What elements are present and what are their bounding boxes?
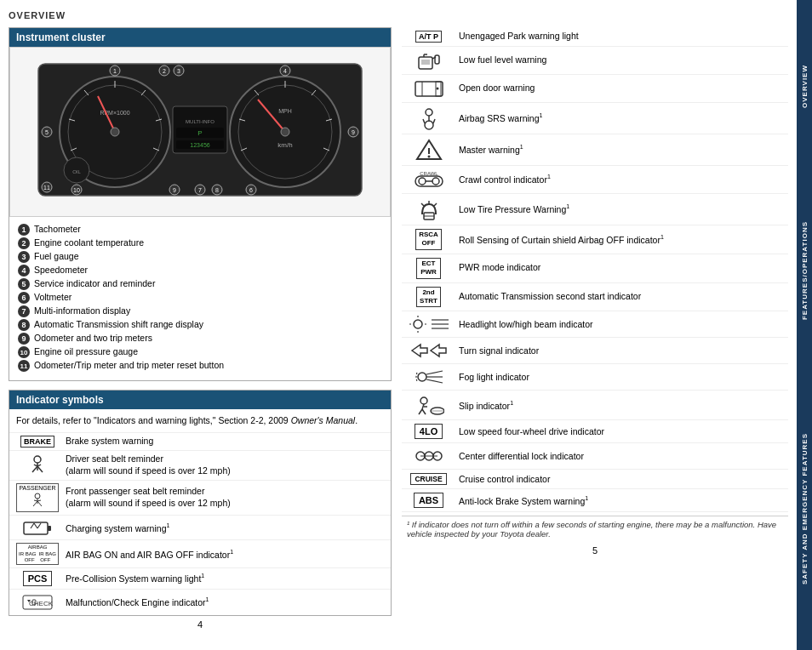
2nd-strt-icon: 2ndSTRT xyxy=(405,287,452,308)
svg-marker-110 xyxy=(412,345,427,356)
indicator-4lo: 4LO Low speed four-wheel drive indicator xyxy=(402,420,788,443)
fog-light-icon xyxy=(405,368,452,386)
instrument-item-list: 1 Tachometer 2 Engine coolant temperatur… xyxy=(9,217,391,380)
list-item: 8 Automatic Transmission shift range dis… xyxy=(18,319,382,331)
indicator-atp: A/T P Unengaged Park warning light xyxy=(402,27,788,47)
side-tab-overview[interactable]: OVERVIEW xyxy=(801,65,809,108)
svg-point-58 xyxy=(34,456,41,463)
master-warning-icon xyxy=(405,138,452,162)
indicator-rsca-off: RSCAOFF Roll Sensing of Curtain shield A… xyxy=(402,225,788,254)
item-number: 4 xyxy=(18,265,30,277)
list-item: 1 Tachometer xyxy=(18,224,382,236)
page-number-right: 5 xyxy=(402,542,788,559)
4lo-icon: 4LO xyxy=(405,424,452,439)
crawl-control-icon: CRAWL xyxy=(405,169,452,190)
svg-text:MULTI-INFO: MULTI-INFO xyxy=(186,119,214,124)
svg-point-93 xyxy=(419,178,426,185)
svg-text:5: 5 xyxy=(45,129,49,135)
atp-badge-icon: A/T P xyxy=(405,31,452,43)
indicator-crawl-control: CRAWL Crawl control indicator1 xyxy=(402,166,788,194)
svg-line-98 xyxy=(421,203,424,206)
svg-point-86 xyxy=(425,121,433,129)
svg-text:km/h: km/h xyxy=(277,141,292,149)
indicator-abs: ABS Anti-lock Brake System warning1 xyxy=(402,489,788,512)
page-number-left: 4 xyxy=(9,616,392,633)
item-number: 6 xyxy=(18,292,30,304)
seatbelt-driver-icon xyxy=(16,453,59,477)
footnote-text: ¹ If indicator does not turn off within … xyxy=(402,516,788,542)
svg-line-113 xyxy=(426,371,443,374)
indicator-symbols-header: Indicator symbols xyxy=(9,391,391,409)
list-item: 3 Fuel gauge xyxy=(18,251,382,263)
indicator-master-warning: Master warning1 xyxy=(402,134,788,166)
item-number: 10 xyxy=(18,346,30,358)
svg-text:10: 10 xyxy=(73,187,80,193)
svg-marker-111 xyxy=(431,345,446,356)
indicator-driver-seatbelt: Driver seat belt reminder(alarm will sou… xyxy=(9,450,391,480)
indicator-passenger-seatbelt: PASSENGER Front passenger seat belt remi… xyxy=(9,480,391,516)
indicator-center-diff: Center differential lock indicator xyxy=(402,443,788,470)
svg-point-84 xyxy=(426,109,432,116)
svg-line-118 xyxy=(419,409,422,414)
svg-line-99 xyxy=(434,203,437,206)
fuel-icon xyxy=(405,50,452,71)
svg-rect-75 xyxy=(421,60,430,65)
indicator-brake: BRAKE Brake system warning xyxy=(9,432,391,450)
instrument-cluster-header: Instrument cluster xyxy=(9,28,391,47)
svg-point-31 xyxy=(281,128,289,136)
indicator-slip: Slip indicator1 xyxy=(402,391,788,420)
svg-line-65 xyxy=(37,501,42,506)
svg-text:CRAWL: CRAWL xyxy=(420,171,438,176)
svg-text:1: 1 xyxy=(113,68,117,74)
svg-text:OIL: OIL xyxy=(72,169,81,174)
seatbelt-passenger-icon: PASSENGER xyxy=(16,483,59,513)
indicator-headlight: Headlight low/high beam indicator xyxy=(402,311,788,338)
battery-icon xyxy=(16,518,59,537)
svg-point-94 xyxy=(432,178,439,185)
item-number: 11 xyxy=(18,360,30,372)
item-number: 9 xyxy=(18,333,30,345)
indicator-airbag: AIRBAG IR BAG IR BAG OFF OFF AIR BAG ON … xyxy=(9,539,391,567)
svg-text:4: 4 xyxy=(283,68,287,74)
page-title: OVERVIEW xyxy=(9,10,788,20)
svg-line-69 xyxy=(34,523,37,528)
indicator-intro-text: For details, refer to "Indicators and wa… xyxy=(9,409,391,432)
indicator-airbag-srs: Airbag SRS warning1 xyxy=(402,103,788,134)
list-item: 9 Odometer and two trip meters xyxy=(18,333,382,345)
side-tab-safety[interactable]: SAFETY AND EMERGENCY FEATURES xyxy=(801,433,809,584)
cruise-icon: CRUISE xyxy=(405,473,452,485)
list-item: 10 Engine oil pressure gauge xyxy=(18,346,382,358)
indicator-fog-light: Fog light indicator xyxy=(402,364,788,391)
headlight-icon xyxy=(405,315,452,334)
svg-point-83 xyxy=(436,88,438,90)
svg-line-68 xyxy=(31,523,34,528)
svg-line-117 xyxy=(422,404,424,409)
indicator-charging: Charging system warning1 xyxy=(9,515,391,539)
svg-text:P: P xyxy=(197,129,202,137)
instrument-cluster-diagram: RPM×1000 MULTI-INFO P 123456 xyxy=(9,47,391,217)
list-item: 5 Service indicator and reminder xyxy=(18,278,382,290)
item-number: 8 xyxy=(18,319,30,331)
svg-text:6: 6 xyxy=(249,187,253,193)
ect-pwr-icon: ECTPWR xyxy=(405,258,452,279)
rsca-off-icon: RSCAOFF xyxy=(405,229,452,250)
indicator-2nd-strt: 2ndSTRT Automatic Transmission second st… xyxy=(402,283,788,312)
item-number: 1 xyxy=(18,224,30,236)
svg-line-60 xyxy=(32,466,37,472)
turn-signal-icon xyxy=(405,341,452,360)
item-number: 3 xyxy=(18,251,30,263)
svg-point-102 xyxy=(414,320,422,328)
indicator-tire-pressure: Low Tire Pressure Warning1 xyxy=(402,194,788,225)
item-number: 2 xyxy=(18,237,30,249)
svg-text:7: 7 xyxy=(198,187,202,193)
svg-line-115 xyxy=(426,379,443,383)
tire-pressure-icon xyxy=(405,197,452,221)
side-tab-features[interactable]: FEATURES/OPERATIONS xyxy=(801,221,809,320)
svg-line-87 xyxy=(423,119,425,123)
item-number: 5 xyxy=(18,278,30,290)
indicator-low-fuel: Low fuel level warning xyxy=(402,47,788,75)
svg-text:8: 8 xyxy=(215,187,219,193)
svg-text:9: 9 xyxy=(352,129,355,135)
svg-text:2: 2 xyxy=(163,68,166,74)
indicator-turn-signal: Turn signal indicator xyxy=(402,338,788,364)
